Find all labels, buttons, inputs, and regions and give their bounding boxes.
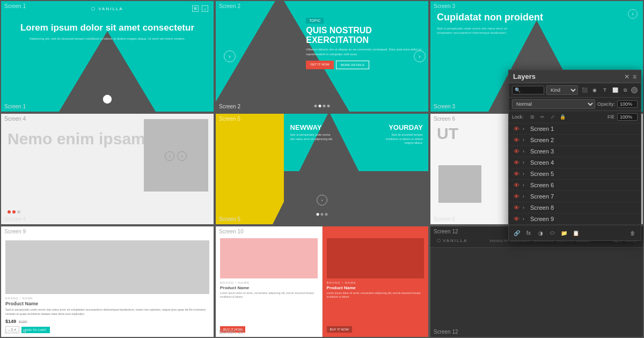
dot-3 — [325, 213, 328, 216]
smart-filter-icon[interactable]: ⧉ — [621, 86, 630, 94]
screen-2-btn-secondary[interactable]: MORE DETAILS — [336, 61, 369, 69]
group-icon[interactable]: 📁 — [559, 228, 569, 238]
lock-all-icon[interactable]: 🔒 — [559, 113, 567, 121]
eye-icon-screen8[interactable]: 👁 — [512, 204, 521, 211]
screen-2-bottom-label: Screen 2 — [219, 104, 240, 109]
eye-icon-screen1[interactable]: 👁 — [512, 126, 521, 132]
layers-filter-toolbar: 🔍 Kind ⬛ ◉ T ⬜ ⧉ — [509, 83, 641, 98]
screen-9-cell[interactable]: Screen 12 ⬡ VANILLA PRODUCTS DESIGNERS I… — [429, 225, 644, 338]
screen-2-next-btn[interactable]: › — [414, 50, 426, 62]
fill-value[interactable]: 100% — [617, 113, 638, 121]
eye-icon-screen4[interactable]: 👁 — [512, 159, 521, 166]
screen-1-heading: Lorem ipsum dolor sit amet consectetur — [12, 23, 203, 33]
link-icon[interactable]: 🔗 — [512, 228, 522, 238]
arrow-icon-screen6[interactable]: › — [523, 182, 528, 188]
screen-5-circle-btn[interactable]: › — [317, 195, 327, 205]
blend-mode-dropdown[interactable]: Normal — [512, 99, 595, 109]
screen-3-content: Cupidatat non proident Sed ut perspiciat… — [437, 12, 543, 35]
eye-icon-screen9[interactable]: 👁 — [512, 216, 521, 222]
layer-item-screen7[interactable]: 👁 › Screen 7 — [509, 191, 641, 202]
new-layer-icon[interactable]: 📋 — [571, 228, 581, 238]
arrow-icon-screen7[interactable]: › — [523, 194, 528, 199]
screen-9-bottom-label: Screen 12 — [434, 329, 458, 335]
eye-icon-screen2[interactable]: 👁 — [512, 137, 521, 143]
fx-icon[interactable]: fx — [524, 228, 533, 238]
arrow-icon-screen9[interactable]: › — [523, 216, 528, 222]
delete-layer-icon[interactable]: 🗑 — [628, 228, 638, 238]
shape-filter-icon[interactable]: ⬜ — [611, 86, 619, 94]
screen-2-tag: TOPIC — [306, 18, 324, 24]
layer-item-screen9[interactable]: 👁 › Screen 9 — [509, 214, 641, 225]
screen-2-prev-btn[interactable]: › — [224, 50, 236, 62]
screen-7-cell[interactable]: Screen 9 BRAND / NAME Product Name Sed u… — [0, 225, 215, 338]
layer-item-screen6[interactable]: 👁 › Screen 6 — [509, 180, 641, 191]
eye-icon-screen5[interactable]: 👁 — [512, 171, 521, 177]
screen-8-label-1: BRAND / NAME — [220, 281, 318, 284]
layers-close-btn[interactable]: ✕ — [624, 73, 630, 80]
opacity-value[interactable]: 100% — [617, 100, 638, 108]
mask-icon[interactable]: ⬭ — [547, 228, 557, 238]
layer-item-screen8[interactable]: 👁 › Screen 8 — [509, 202, 641, 214]
screen-8-desc-2: Lorem ipsum dolor sit amet, consectetur … — [327, 291, 425, 299]
screen-4-top-label: Screen 4 — [4, 116, 26, 122]
layer-item-screen2[interactable]: 👁 › Screen 2 — [509, 135, 641, 146]
screen-2-cell[interactable]: Screen 2 TOPIC QUIS NOSTRUD EXERCITATION… — [215, 0, 429, 113]
layer-name-screen9: Screen 9 — [530, 216, 638, 222]
layers-search-box[interactable]: 🔍 — [512, 86, 544, 94]
layer-name-screen3: Screen 3 — [530, 148, 638, 155]
screen-3-heading: Cupidatat non proident — [437, 12, 543, 24]
layer-item-screen5[interactable]: 👁 › Screen 5 — [509, 168, 641, 180]
arrow-icon-screen5[interactable]: › — [523, 171, 528, 177]
screen-1-body: Adipiscing elit, sed do eiusmod tempor i… — [12, 36, 203, 41]
adjustment-filter-icon[interactable]: ◉ — [590, 86, 599, 94]
screen-4-next[interactable]: › — [177, 151, 187, 161]
arrow-icon-screen8[interactable]: › — [523, 205, 528, 210]
dot-4 — [327, 105, 330, 107]
screen-3-circle-btn[interactable]: › — [628, 9, 638, 19]
dot-2 — [319, 105, 321, 107]
arrow-icon-screen2[interactable]: › — [523, 137, 528, 143]
layer-name-screen7: Screen 7 — [530, 193, 638, 200]
screen-5-text-right: YOURDAY Sed do eiusmod tempor incididunt… — [380, 123, 423, 145]
arrow-icon-screen1[interactable]: › — [523, 126, 528, 131]
screen-9-content — [430, 248, 643, 337]
layers-menu-icon[interactable]: ≡ — [633, 73, 636, 80]
layer-item-screen4[interactable]: 👁 › Screen 4 — [509, 157, 641, 168]
screen-5-dots — [317, 213, 328, 216]
screen-8-btn-2[interactable]: BUY IT NOW — [327, 326, 352, 333]
screen-7-add-btn[interactable]: ADD TO CART — [21, 327, 49, 333]
layers-blend-row: Normal Opacity: 100% — [509, 98, 641, 111]
screen-2-dots — [314, 105, 330, 107]
screen-2-content: TOPIC QUIS NOSTRUD EXERCITATION Ullamco … — [306, 14, 423, 69]
adjustment-layer-icon[interactable]: ◑ — [536, 228, 545, 238]
layers-filter-icons: ⬛ ◉ T ⬜ ⧉ — [580, 86, 638, 94]
screen-8-img-1 — [220, 238, 318, 278]
layer-name-screen5: Screen 5 — [530, 171, 638, 177]
layers-kind-dropdown[interactable]: Kind — [546, 85, 578, 95]
screen-1-cell[interactable]: Screen 1 ⬡ VANILLA ⊞ ⌕ Lorem ipsum dolor… — [0, 0, 215, 113]
fill-label: Fill: — [608, 114, 615, 120]
screen-2-btn-primary[interactable]: GET IT NOW — [306, 61, 333, 69]
layer-name-screen2: Screen 2 — [530, 137, 638, 143]
arrow-icon-screen3[interactable]: › — [523, 149, 528, 154]
color-filter-icon[interactable] — [631, 87, 638, 93]
screen-4-prev[interactable]: ‹ — [165, 151, 174, 161]
layer-item-screen3[interactable]: 👁 › Screen 3 — [509, 146, 641, 157]
screen-8-cell[interactable]: Screen 10 BRAND / NAME Product Name Lore… — [215, 225, 429, 338]
screen-5-cell[interactable]: Screen 5 NEWWAY Sed ut perspiciatis unde… — [215, 113, 429, 225]
layer-item-screen1[interactable]: 👁 › Screen 1 — [509, 123, 641, 135]
lock-artboard-icon[interactable]: ⤢ — [548, 113, 557, 121]
type-filter-icon[interactable]: T — [601, 86, 609, 94]
lock-position-icon[interactable]: ✏ — [538, 113, 547, 121]
eye-icon-screen3[interactable]: 👁 — [512, 148, 521, 155]
screen-4-bottom-label: Screen 4 — [4, 216, 26, 222]
arrow-icon-screen4[interactable]: › — [523, 160, 528, 165]
screen-7-desc: Sed ut perspiciatis unde omnis iste natu… — [5, 308, 209, 316]
lock-pixel-icon[interactable]: ⊞ — [528, 113, 537, 121]
eye-icon-screen7[interactable]: 👁 — [512, 193, 521, 200]
screen-4-cell[interactable]: Screen 4 Nemo enim ipsam ‹ › Screen 4 — [0, 113, 215, 225]
screen-5-text-left: NEWWAY Sed ut perspiciatis unde omnis is… — [290, 123, 333, 141]
pixel-filter-icon[interactable]: ⬛ — [580, 86, 589, 94]
eye-icon-screen6[interactable]: 👁 — [512, 182, 521, 188]
screen-1-top-label: Screen 1 — [4, 3, 26, 9]
